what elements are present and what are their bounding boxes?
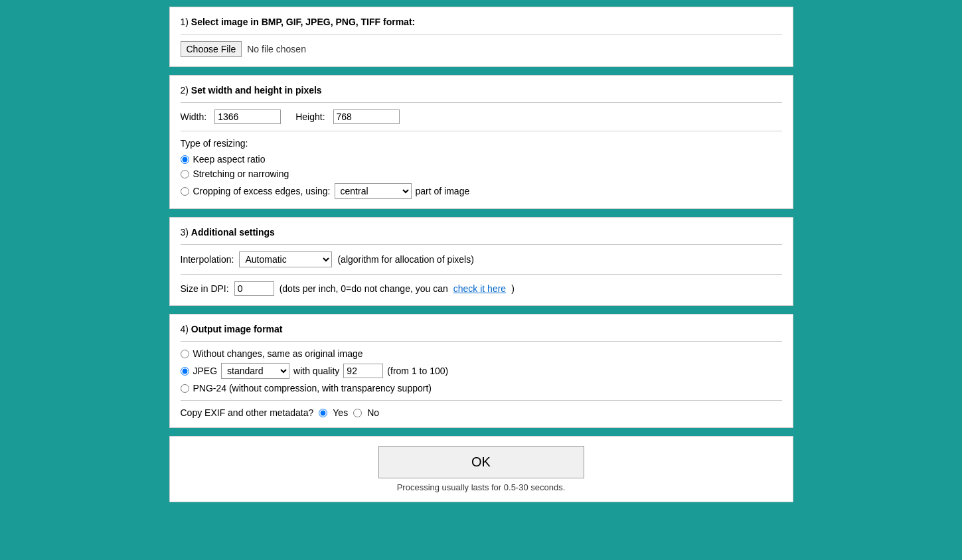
output-label-jpeg: JPEG	[193, 366, 218, 376]
output-option-jpeg: JPEG standard progressive optimized with…	[181, 363, 782, 379]
section-3-bold: Additional settings	[191, 227, 275, 238]
resize-label-crop: Cropping of excess edges, using:	[193, 186, 331, 196]
dpi-prefix-text: (dots per inch, 0=do not change, you can	[280, 283, 448, 294]
check-dpi-link[interactable]: check it here	[453, 283, 506, 294]
resize-radio-crop[interactable]	[181, 187, 189, 196]
exif-no-label: No	[367, 407, 379, 418]
choose-file-button[interactable]: Choose File	[181, 41, 242, 57]
section-4-prefix: 4)	[181, 324, 191, 334]
section-4: 4) Output image format Without changes, …	[169, 314, 793, 428]
crop-suffix-text: part of image	[416, 186, 470, 196]
section-4-bold: Output image format	[191, 324, 283, 334]
output-radio-png[interactable]	[181, 384, 189, 393]
width-input[interactable]	[214, 109, 281, 124]
quality-suffix: (from 1 to 100)	[387, 366, 448, 376]
interpolation-row: Interpolation: Automatic Nearest Neighbo…	[181, 251, 782, 267]
output-option-original: Without changes, same as original image	[181, 348, 782, 359]
resize-option-crop: Cropping of excess edges, using: central…	[181, 183, 782, 199]
section-2-bold: Set width and height in pixels	[191, 85, 322, 96]
height-input[interactable]	[333, 109, 400, 124]
exif-yes-radio[interactable]	[319, 409, 327, 417]
jpeg-type-select[interactable]: standard progressive optimized	[221, 363, 289, 379]
dpi-input[interactable]	[234, 281, 274, 296]
quality-input[interactable]	[343, 364, 383, 378]
resize-label-aspect: Keep aspect ratio	[193, 154, 266, 165]
exif-yes-label: Yes	[333, 407, 348, 418]
output-option-png: PNG-24 (without compression, with transp…	[181, 383, 782, 393]
resize-option-stretch: Stretching or narrowing	[181, 169, 782, 179]
section-1: 1) Select image in BMP, GIF, JPEG, PNG, …	[169, 7, 793, 67]
section-1-prefix: 1)	[181, 17, 191, 27]
section-1-title: 1) Select image in BMP, GIF, JPEG, PNG, …	[181, 17, 782, 27]
exif-label: Copy EXIF and other metadata?	[181, 407, 314, 418]
section-2: 2) Set width and height in pixels Width:…	[169, 75, 793, 209]
resize-radio-aspect[interactable]	[181, 155, 189, 164]
section-2-prefix: 2)	[181, 85, 191, 96]
section-4-title: 4) Output image format	[181, 324, 782, 334]
exif-no-radio[interactable]	[353, 409, 362, 417]
height-label: Height:	[295, 111, 325, 122]
section-3-title: 3) Additional settings	[181, 227, 782, 238]
file-upload-row: Choose File No file chosen	[181, 41, 782, 57]
dpi-label: Size in DPI:	[181, 283, 229, 294]
output-label-png: PNG-24 (without compression, with transp…	[193, 383, 432, 393]
quality-label: with quality	[293, 366, 339, 376]
output-label-original: Without changes, same as original image	[193, 348, 363, 359]
section-1-bold: Select image in BMP, GIF, JPEG, PNG, TIF…	[191, 17, 415, 27]
processing-text: Processing usually lasts for 0.5-30 seco…	[181, 482, 782, 492]
interpolation-label: Interpolation:	[181, 254, 234, 265]
resize-radio-stretch[interactable]	[181, 170, 189, 178]
resize-label-stretch: Stretching or narrowing	[193, 169, 289, 179]
dpi-row: Size in DPI: (dots per inch, 0=do not ch…	[181, 281, 782, 296]
ok-label: OK	[471, 455, 491, 469]
output-radio-jpeg[interactable]	[181, 367, 189, 376]
interpolation-select[interactable]: Automatic Nearest Neighbor Bilinear Bicu…	[239, 251, 332, 267]
dpi-suffix-text: )	[511, 283, 515, 294]
width-height-row: Width: Height:	[181, 109, 782, 124]
type-of-resizing-label: Type of resizing:	[181, 138, 782, 149]
section-3: 3) Additional settings Interpolation: Au…	[169, 217, 793, 306]
interpolation-suffix: (algorithm for allocation of pixels)	[337, 254, 473, 265]
section-3-prefix: 3)	[181, 227, 191, 238]
ok-button[interactable]: OK	[378, 446, 584, 478]
crop-position-select[interactable]: central top left top right bottom left b…	[335, 183, 412, 199]
section-2-title: 2) Set width and height in pixels	[181, 85, 782, 96]
no-file-text: No file chosen	[247, 44, 306, 54]
section-ok: OK Processing usually lasts for 0.5-30 s…	[169, 436, 793, 502]
output-radio-original[interactable]	[181, 350, 189, 358]
exif-row: Copy EXIF and other metadata? Yes No	[181, 407, 782, 418]
choose-file-label: Choose File	[187, 44, 236, 54]
width-label: Width:	[181, 111, 207, 122]
resize-option-aspect: Keep aspect ratio	[181, 154, 782, 165]
main-container: 1) Select image in BMP, GIF, JPEG, PNG, …	[169, 7, 793, 502]
